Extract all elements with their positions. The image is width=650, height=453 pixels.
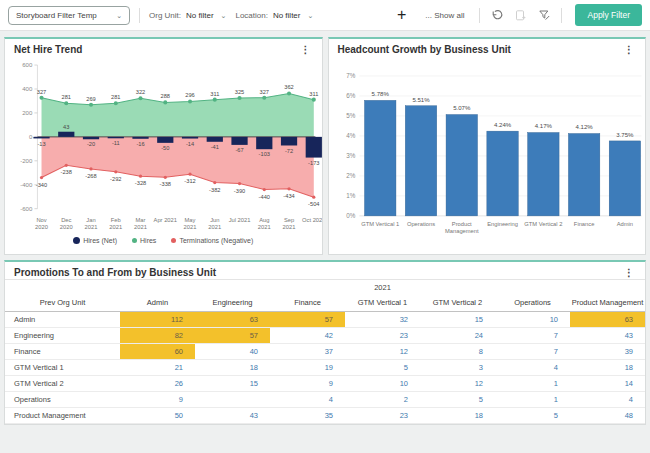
kebab-menu-icon[interactable]: ⋮ <box>622 268 636 278</box>
net-bar[interactable] <box>33 137 49 139</box>
hires-point[interactable] <box>312 98 316 102</box>
hires-point[interactable] <box>213 98 217 102</box>
terminations-area[interactable] <box>42 137 314 197</box>
promotion-cell-highlighted[interactable]: 57 <box>270 312 345 328</box>
net-bar[interactable] <box>306 137 322 158</box>
promotion-cell-highlighted[interactable]: 63 <box>570 312 645 328</box>
net-bar[interactable] <box>207 137 223 142</box>
promotion-cell[interactable]: 8 <box>420 344 495 360</box>
terminations-point[interactable] <box>312 196 315 199</box>
promotion-cell[interactable]: 26 <box>120 376 195 392</box>
headcount-bar[interactable] <box>364 100 395 216</box>
promotion-cell[interactable]: 3 <box>420 360 495 376</box>
promotion-cell[interactable]: 37 <box>270 344 345 360</box>
hires-area[interactable] <box>42 94 314 137</box>
promotion-cell[interactable] <box>195 392 270 408</box>
net-bar[interactable] <box>58 132 74 137</box>
promotion-cell[interactable]: 5 <box>420 392 495 408</box>
hires-point[interactable] <box>287 92 291 96</box>
promotion-cell[interactable]: 23 <box>345 328 420 344</box>
kebab-menu-icon[interactable]: ⋮ <box>299 45 313 55</box>
terminations-point[interactable] <box>139 175 142 178</box>
promotion-cell[interactable]: 24 <box>420 328 495 344</box>
terminations-point[interactable] <box>238 182 241 185</box>
headcount-bar[interactable] <box>609 141 640 216</box>
promotion-cell[interactable]: 32 <box>345 312 420 328</box>
terminations-point[interactable] <box>89 167 92 170</box>
promotion-cell-highlighted[interactable]: 82 <box>120 328 195 344</box>
headcount-bar[interactable] <box>527 133 558 216</box>
hires-point[interactable] <box>114 101 118 105</box>
promotion-cell[interactable]: 50 <box>120 408 195 424</box>
promotion-cell[interactable]: 18 <box>570 360 645 376</box>
promotion-cell[interactable]: 5 <box>495 408 570 424</box>
net-bar[interactable] <box>256 137 272 149</box>
hires-point[interactable] <box>89 103 93 107</box>
promotion-cell[interactable]: 18 <box>420 408 495 424</box>
undo-icon[interactable] <box>489 8 504 23</box>
headcount-bar[interactable] <box>568 134 599 216</box>
promotion-cell[interactable]: 15 <box>195 376 270 392</box>
headcount-bar[interactable] <box>486 131 517 216</box>
hires-point[interactable] <box>262 96 266 100</box>
headcount-bar[interactable] <box>446 115 477 216</box>
terminations-point[interactable] <box>40 176 43 179</box>
promotion-cell[interactable]: 14 <box>570 376 645 392</box>
net-bar[interactable] <box>231 137 247 145</box>
promotion-cell[interactable]: 18 <box>195 360 270 376</box>
terminations-point[interactable] <box>164 176 167 179</box>
org-unit-filter[interactable]: Org Unit: No filter ⌄ <box>149 11 226 20</box>
save-filter-icon[interactable] <box>513 8 528 23</box>
promotion-cell[interactable]: 39 <box>570 344 645 360</box>
promotion-cell[interactable]: 4 <box>570 392 645 408</box>
promotion-cell-highlighted[interactable]: 63 <box>195 312 270 328</box>
promotion-cell[interactable]: 9 <box>270 376 345 392</box>
kebab-menu-icon[interactable]: ⋮ <box>622 45 636 55</box>
promotion-cell[interactable]: 35 <box>270 408 345 424</box>
add-filter-icon[interactable]: + <box>393 7 410 23</box>
hires-point[interactable] <box>138 96 142 100</box>
promotion-cell-highlighted[interactable]: 60 <box>120 344 195 360</box>
apply-filter-button[interactable]: Apply Filter <box>575 4 642 26</box>
net-hire-chart-svg[interactable]: 6004002000-200-400-600-1343-20-11-16-50-… <box>5 56 322 236</box>
net-bar[interactable] <box>108 137 124 138</box>
net-bar[interactable] <box>157 137 173 143</box>
terminations-point[interactable] <box>287 187 290 190</box>
terminations-point[interactable] <box>65 164 68 167</box>
terminations-point[interactable] <box>213 181 216 184</box>
promotion-cell[interactable]: 7 <box>495 328 570 344</box>
promotion-cell[interactable]: 12 <box>420 376 495 392</box>
promotion-cell[interactable]: 12 <box>345 344 420 360</box>
promotion-cell[interactable]: 1 <box>495 376 570 392</box>
promotion-cell[interactable]: 43 <box>570 328 645 344</box>
promotion-cell[interactable]: 5 <box>345 360 420 376</box>
promotion-cell[interactable]: 23 <box>345 408 420 424</box>
terminations-point[interactable] <box>263 188 266 191</box>
terminations-point[interactable] <box>114 170 117 173</box>
headcount-bar[interactable] <box>405 106 436 216</box>
location-filter[interactable]: Location: No filter ⌄ <box>235 11 313 20</box>
storyboard-filter-dropdown[interactable]: Storyboard Filter Temp ⌄ <box>8 6 130 25</box>
promotion-cell-highlighted[interactable]: 112 <box>120 312 195 328</box>
hires-point[interactable] <box>39 96 43 100</box>
promotion-cell[interactable]: 42 <box>270 328 345 344</box>
promotion-cell[interactable]: 9 <box>120 392 195 408</box>
show-all-button[interactable]: ... Show all <box>425 11 464 20</box>
terminations-point[interactable] <box>188 173 191 176</box>
promotion-cell[interactable]: 7 <box>495 344 570 360</box>
promotion-cell[interactable]: 19 <box>270 360 345 376</box>
promotion-cell[interactable]: 4 <box>495 360 570 376</box>
headcount-chart-svg[interactable]: 0%1%2%3%4%5%6%7%5.78%GTM Vertical 15.51%… <box>329 56 646 254</box>
hires-point[interactable] <box>188 99 192 103</box>
hires-point[interactable] <box>238 96 242 100</box>
net-bar[interactable] <box>132 137 148 139</box>
edit-filter-icon[interactable] <box>537 8 552 23</box>
promotion-cell[interactable]: 10 <box>345 376 420 392</box>
net-bar[interactable] <box>83 137 99 139</box>
promotion-cell-highlighted[interactable]: 57 <box>195 328 270 344</box>
promotion-cell[interactable]: 10 <box>495 312 570 328</box>
hires-point[interactable] <box>163 100 167 104</box>
hires-point[interactable] <box>64 101 68 105</box>
promotion-cell[interactable]: 21 <box>120 360 195 376</box>
promotion-cell[interactable]: 4 <box>270 392 345 408</box>
